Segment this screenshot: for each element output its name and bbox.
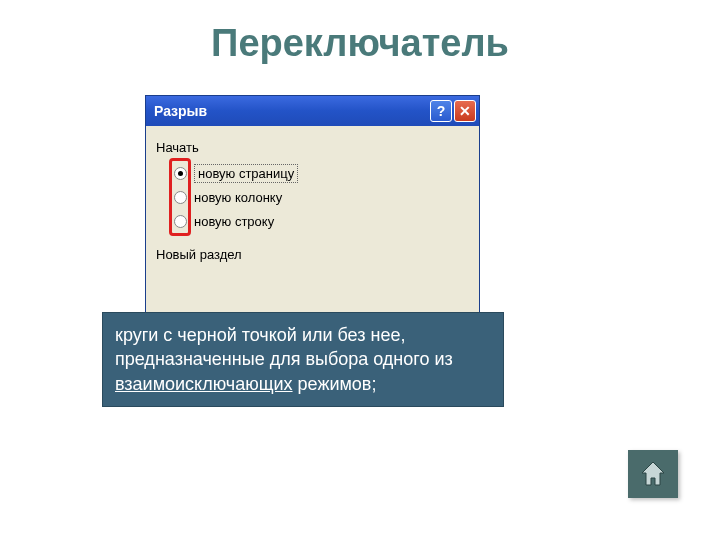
slide-title: Переключатель [0, 22, 720, 65]
titlebar[interactable]: Разрыв ? ✕ [146, 96, 479, 126]
close-button[interactable]: ✕ [454, 100, 476, 122]
home-icon [638, 460, 668, 488]
radio-label: новую страницу [194, 164, 298, 183]
radio-icon [174, 167, 187, 180]
group-newsection-label: Новый раздел [156, 247, 469, 262]
callout-line3-underlined: взаимоисключающих [115, 374, 293, 394]
radio-icon [174, 215, 187, 228]
callout-line1: круги с черной точкой или без нее, [115, 325, 405, 345]
definition-callout: круги с черной точкой или без нее, предн… [102, 312, 504, 407]
close-icon: ✕ [459, 103, 471, 119]
radio-option-new-column[interactable]: новую колонку [174, 185, 469, 209]
radio-option-new-row[interactable]: новую строку [174, 209, 469, 233]
group-start-label: Начать [156, 140, 469, 155]
help-icon: ? [437, 103, 446, 119]
svg-marker-0 [642, 462, 664, 485]
radio-label: новую строку [194, 214, 274, 229]
home-button[interactable] [628, 450, 678, 498]
dialog-title: Разрыв [154, 103, 428, 119]
radio-label: новую колонку [194, 190, 282, 205]
radio-option-new-page[interactable]: новую страницу [174, 161, 469, 185]
radio-icon [174, 191, 187, 204]
help-button[interactable]: ? [430, 100, 452, 122]
callout-line2: предназначенные для выбора одного из [115, 349, 453, 369]
options-start: новую страницу новую колонку новую строк… [156, 161, 469, 233]
callout-line3-rest: режимов; [293, 374, 377, 394]
